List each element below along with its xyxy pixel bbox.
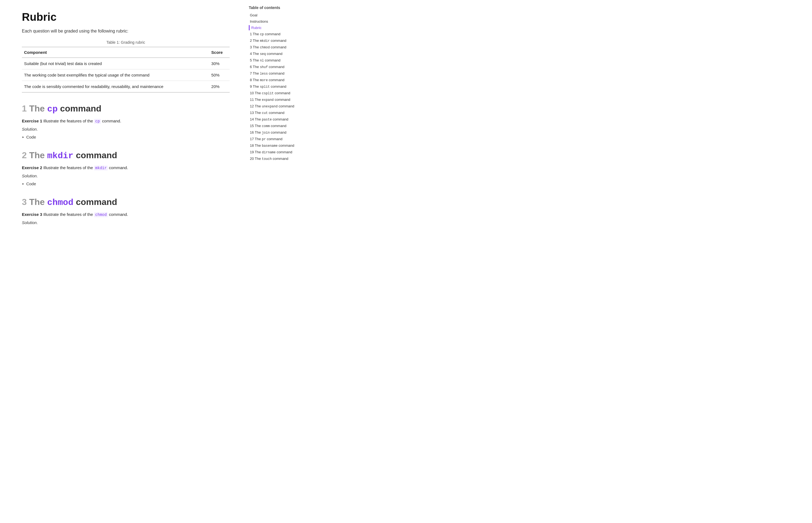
toc-item: 6 The shuf command bbox=[249, 64, 312, 70]
toc-item: 10 The csplit command bbox=[249, 90, 312, 96]
exercise-1-text: Illustrate the features of the bbox=[43, 119, 94, 123]
exercise-2-cmd: mkdir bbox=[94, 166, 108, 170]
main-content: Rubric Each question will be graded usin… bbox=[0, 0, 246, 523]
toc-item: Rubric bbox=[249, 25, 312, 30]
intro-text: Each question will be graded using the f… bbox=[22, 29, 230, 34]
table-row: The code is sensibly commented for reada… bbox=[22, 81, 230, 93]
toc-item: 2 The mkdir command bbox=[249, 38, 312, 43]
toc-link[interactable]: 4 The seq command bbox=[249, 51, 312, 57]
toc-link[interactable]: 6 The shuf command bbox=[249, 64, 312, 70]
toc-cmd: join bbox=[262, 131, 270, 135]
table-row: The working code best exemplifies the ty… bbox=[22, 69, 230, 81]
triangle-icon-2: ► bbox=[22, 182, 24, 185]
toc-link[interactable]: 16 The join command bbox=[249, 130, 312, 135]
section-3-suffix: command bbox=[76, 197, 117, 207]
table-caption: Table 1: Grading rubric bbox=[22, 40, 230, 44]
code-toggle-2[interactable]: ► Code bbox=[22, 181, 230, 186]
toc-cmd: cut bbox=[262, 111, 268, 115]
section-1-num: 1 bbox=[22, 104, 29, 113]
toc-link[interactable]: Rubric bbox=[249, 25, 312, 30]
component-cell: The code is sensibly commented for reada… bbox=[22, 81, 209, 93]
toc-link[interactable]: 8 The more command bbox=[249, 77, 312, 83]
toc-cmd: comm bbox=[262, 124, 270, 128]
toc-link[interactable]: 10 The csplit command bbox=[249, 90, 312, 96]
toc-list: GoalInstructionsRubric1 The cp command2 … bbox=[249, 13, 312, 162]
toc-item: 9 The split command bbox=[249, 84, 312, 89]
toc-link[interactable]: 12 The unexpand command bbox=[249, 104, 312, 109]
toc-item: 11 The expand command bbox=[249, 97, 312, 103]
toc-link[interactable]: 2 The mkdir command bbox=[249, 38, 312, 43]
exercise-3-label: Exercise 3 Illustrate the features of th… bbox=[22, 212, 230, 217]
toc-item: 20 The touch command bbox=[249, 156, 312, 162]
toc-cmd: expand bbox=[262, 98, 274, 102]
toc-cmd: touch bbox=[262, 157, 272, 161]
component-header: Component bbox=[22, 47, 209, 58]
toc-item: 4 The seq command bbox=[249, 51, 312, 57]
toc-item: Instructions bbox=[249, 19, 312, 24]
toc-link[interactable]: 19 The dirname command bbox=[249, 149, 312, 155]
toc-cmd: more bbox=[260, 78, 268, 82]
toc-link[interactable]: 3 The chmod command bbox=[249, 44, 312, 50]
toc-link[interactable]: 13 The cut command bbox=[249, 110, 312, 115]
triangle-icon-1: ► bbox=[22, 136, 24, 139]
toc-item: 19 The dirname command bbox=[249, 149, 312, 155]
section-1-suffix: command bbox=[60, 104, 102, 113]
toc-cmd: shuf bbox=[260, 65, 268, 69]
toc-item: 18 The basename command bbox=[249, 143, 312, 148]
toc-cmd: pr bbox=[262, 138, 266, 141]
toc-link[interactable]: 20 The touch command bbox=[249, 156, 312, 162]
toc-cmd: split bbox=[260, 85, 270, 89]
exercise-1-bold: Exercise 1 bbox=[22, 119, 42, 123]
solution-3: Solution. bbox=[22, 220, 230, 225]
toc-link[interactable]: 5 The nl command bbox=[249, 58, 312, 63]
toc-cmd: chmod bbox=[260, 46, 270, 50]
toc-link[interactable]: Goal bbox=[249, 13, 312, 18]
toc-item: 17 The pr command bbox=[249, 136, 312, 142]
solution-1: Solution. bbox=[22, 127, 230, 131]
section-2-num: 2 bbox=[22, 150, 29, 160]
toc-cmd: seq bbox=[260, 52, 266, 56]
toc-cmd: nl bbox=[260, 59, 264, 62]
solution-2: Solution. bbox=[22, 174, 230, 178]
toc-cmd: dirname bbox=[262, 150, 276, 155]
section-3-cmd: chmod bbox=[47, 198, 73, 208]
exercise-2-suffix: command. bbox=[109, 165, 128, 170]
score-cell: 30% bbox=[209, 58, 230, 69]
rubric-table: Component Score Suitable (but not trivia… bbox=[22, 47, 230, 93]
exercise-2-bold: Exercise 2 bbox=[22, 165, 42, 170]
exercise-1-label: Exercise 1 Illustrate the features of th… bbox=[22, 119, 230, 124]
section-1-cmd: cp bbox=[47, 104, 57, 114]
toc-link[interactable]: 17 The pr command bbox=[249, 136, 312, 142]
toc-cmd: cp bbox=[260, 33, 264, 36]
component-cell: The working code best exemplifies the ty… bbox=[22, 69, 209, 81]
toc-item: 13 The cut command bbox=[249, 110, 312, 115]
toc-item: 12 The unexpand command bbox=[249, 104, 312, 109]
component-cell: Suitable (but not trivial) test data is … bbox=[22, 58, 209, 69]
toc-link[interactable]: 18 The basename command bbox=[249, 143, 312, 148]
toc-link[interactable]: 15 The comm command bbox=[249, 123, 312, 129]
toc-cmd: less bbox=[260, 72, 268, 76]
toc-cmd: csplit bbox=[262, 92, 274, 95]
toc-link[interactable]: 1 The cp command bbox=[249, 32, 312, 37]
toc-link[interactable]: 14 The paste command bbox=[249, 117, 312, 122]
section-2-heading: 2 The mkdir command bbox=[22, 150, 230, 161]
section-2-cmd: mkdir bbox=[47, 151, 73, 161]
toc-item: 3 The chmod command bbox=[249, 44, 312, 50]
toc-link[interactable]: 11 The expand command bbox=[249, 97, 312, 103]
toc-link[interactable]: 7 The less command bbox=[249, 71, 312, 76]
exercise-3-text: Illustrate the features of the bbox=[43, 212, 94, 217]
toc-link[interactable]: 9 The split command bbox=[249, 84, 312, 89]
toc-item: 14 The paste command bbox=[249, 117, 312, 122]
code-toggle-1[interactable]: ► Code bbox=[22, 135, 230, 139]
toc-link[interactable]: Instructions bbox=[249, 19, 312, 24]
page-title: Rubric bbox=[22, 11, 230, 23]
toc-title: Table of contents bbox=[249, 5, 312, 10]
table-row: Suitable (but not trivial) test data is … bbox=[22, 58, 230, 69]
score-cell: 20% bbox=[209, 81, 230, 93]
score-header: Score bbox=[209, 47, 230, 58]
toc-item: 5 The nl command bbox=[249, 58, 312, 63]
toc-cmd: basename bbox=[262, 144, 278, 148]
exercise-3-cmd: chmod bbox=[94, 212, 108, 217]
toc-item: 8 The more command bbox=[249, 77, 312, 83]
section-2-suffix: command bbox=[76, 150, 117, 160]
